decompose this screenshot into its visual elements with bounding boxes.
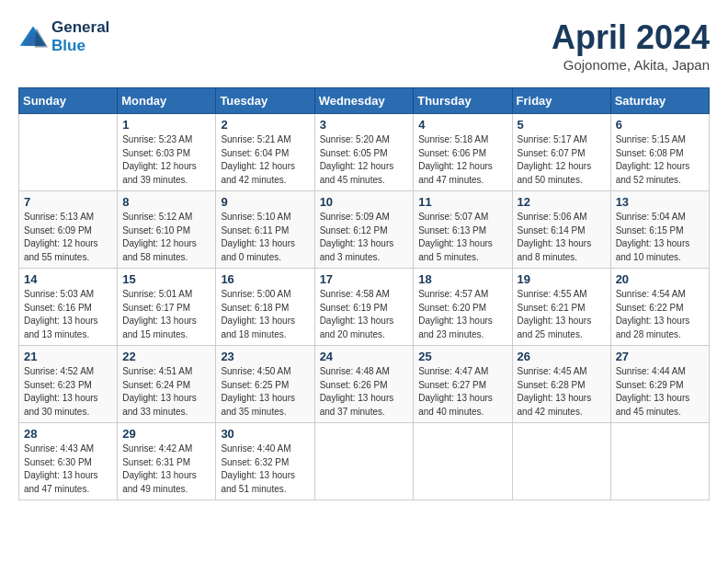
day-cell (610, 423, 709, 500)
day-number: 25 (418, 350, 506, 363)
day-cell: 27Sunrise: 4:44 AM Sunset: 6:29 PM Dayli… (610, 346, 709, 423)
day-number: 28 (24, 427, 112, 441)
header-cell-monday: Monday (118, 88, 216, 114)
day-cell: 13Sunrise: 5:04 AM Sunset: 6:15 PM Dayli… (610, 191, 709, 269)
day-cell: 3Sunrise: 5:20 AM Sunset: 6:05 PM Daylig… (314, 114, 414, 191)
day-cell: 19Sunrise: 4:55 AM Sunset: 6:21 PM Dayli… (512, 269, 610, 346)
title-block: April 2024 Gojonome, Akita, Japan (552, 18, 710, 73)
day-info: Sunrise: 4:43 AM Sunset: 6:30 PM Dayligh… (24, 442, 112, 496)
day-number: 15 (122, 272, 210, 286)
day-cell: 10Sunrise: 5:09 AM Sunset: 6:12 PM Dayli… (314, 191, 414, 269)
day-info: Sunrise: 4:51 AM Sunset: 6:24 PM Dayligh… (122, 365, 210, 419)
day-info: Sunrise: 5:18 AM Sunset: 6:06 PM Dayligh… (418, 133, 506, 187)
day-info: Sunrise: 4:42 AM Sunset: 6:31 PM Dayligh… (122, 442, 210, 496)
day-cell: 12Sunrise: 5:06 AM Sunset: 6:14 PM Dayli… (512, 191, 610, 269)
day-cell: 17Sunrise: 4:58 AM Sunset: 6:19 PM Dayli… (314, 269, 414, 346)
day-cell: 8Sunrise: 5:12 AM Sunset: 6:10 PM Daylig… (118, 191, 216, 269)
day-cell: 14Sunrise: 5:03 AM Sunset: 6:16 PM Dayli… (19, 269, 118, 346)
day-cell: 24Sunrise: 4:48 AM Sunset: 6:26 PM Dayli… (314, 346, 414, 423)
location: Gojonome, Akita, Japan (552, 57, 710, 73)
day-number: 1 (122, 118, 210, 132)
day-cell (314, 423, 414, 500)
header-cell-wednesday: Wednesday (314, 88, 414, 114)
day-info: Sunrise: 4:44 AM Sunset: 6:29 PM Dayligh… (616, 365, 704, 419)
day-info: Sunrise: 5:00 AM Sunset: 6:18 PM Dayligh… (221, 288, 309, 341)
day-info: Sunrise: 4:40 AM Sunset: 6:32 PM Dayligh… (221, 442, 309, 496)
day-info: Sunrise: 4:50 AM Sunset: 6:25 PM Dayligh… (221, 365, 309, 419)
day-info: Sunrise: 5:04 AM Sunset: 6:15 PM Dayligh… (616, 211, 704, 264)
month-title: April 2024 (552, 18, 710, 57)
day-info: Sunrise: 5:10 AM Sunset: 6:11 PM Dayligh… (221, 211, 309, 264)
week-row-1: 1Sunrise: 5:23 AM Sunset: 6:03 PM Daylig… (19, 114, 710, 191)
day-cell: 26Sunrise: 4:45 AM Sunset: 6:28 PM Dayli… (512, 346, 610, 423)
header-cell-thursday: Thursday (414, 88, 512, 114)
week-row-3: 14Sunrise: 5:03 AM Sunset: 6:16 PM Dayli… (19, 269, 710, 346)
week-row-4: 21Sunrise: 4:52 AM Sunset: 6:23 PM Dayli… (19, 346, 710, 423)
logo-icon (18, 24, 48, 50)
day-info: Sunrise: 5:13 AM Sunset: 6:09 PM Dayligh… (24, 211, 112, 264)
day-info: Sunrise: 5:15 AM Sunset: 6:08 PM Dayligh… (616, 133, 704, 187)
day-info: Sunrise: 4:47 AM Sunset: 6:27 PM Dayligh… (418, 365, 506, 419)
day-info: Sunrise: 5:09 AM Sunset: 6:12 PM Dayligh… (320, 211, 409, 264)
header-cell-sunday: Sunday (19, 88, 118, 114)
day-info: Sunrise: 4:45 AM Sunset: 6:28 PM Dayligh… (518, 365, 606, 419)
day-cell: 5Sunrise: 5:17 AM Sunset: 6:07 PM Daylig… (512, 114, 610, 191)
day-number: 27 (616, 350, 704, 363)
day-number: 30 (221, 427, 309, 441)
day-cell: 16Sunrise: 5:00 AM Sunset: 6:18 PM Dayli… (216, 269, 314, 346)
day-cell: 1Sunrise: 5:23 AM Sunset: 6:03 PM Daylig… (118, 114, 216, 191)
day-info: Sunrise: 4:52 AM Sunset: 6:23 PM Dayligh… (24, 365, 112, 419)
day-number: 16 (221, 272, 309, 286)
day-info: Sunrise: 5:23 AM Sunset: 6:03 PM Dayligh… (122, 133, 210, 187)
day-number: 3 (320, 118, 409, 132)
day-number: 18 (418, 272, 506, 286)
header-cell-saturday: Saturday (610, 88, 709, 114)
day-info: Sunrise: 5:17 AM Sunset: 6:07 PM Dayligh… (518, 133, 606, 187)
day-number: 22 (122, 350, 210, 363)
day-info: Sunrise: 4:48 AM Sunset: 6:26 PM Dayligh… (320, 365, 409, 419)
day-number: 11 (418, 195, 506, 209)
day-number: 14 (24, 272, 112, 286)
day-number: 21 (24, 350, 112, 363)
logo: General Blue (18, 18, 109, 55)
day-number: 20 (616, 272, 704, 286)
header-cell-tuesday: Tuesday (216, 88, 314, 114)
day-number: 6 (616, 118, 704, 132)
header-cell-friday: Friday (512, 88, 610, 114)
day-number: 7 (24, 195, 112, 209)
day-info: Sunrise: 5:06 AM Sunset: 6:14 PM Dayligh… (518, 211, 606, 264)
day-number: 12 (518, 195, 606, 209)
day-number: 10 (320, 195, 409, 209)
day-cell: 22Sunrise: 4:51 AM Sunset: 6:24 PM Dayli… (118, 346, 216, 423)
day-cell: 29Sunrise: 4:42 AM Sunset: 6:31 PM Dayli… (118, 423, 216, 500)
day-info: Sunrise: 4:58 AM Sunset: 6:19 PM Dayligh… (320, 288, 409, 341)
day-number: 26 (518, 350, 606, 363)
day-info: Sunrise: 5:07 AM Sunset: 6:13 PM Dayligh… (418, 211, 506, 264)
page-header: General Blue April 2024 Gojonome, Akita,… (18, 18, 710, 73)
day-cell: 4Sunrise: 5:18 AM Sunset: 6:06 PM Daylig… (414, 114, 512, 191)
day-info: Sunrise: 4:57 AM Sunset: 6:20 PM Dayligh… (418, 288, 506, 341)
day-number: 24 (320, 350, 409, 363)
day-cell: 30Sunrise: 4:40 AM Sunset: 6:32 PM Dayli… (216, 423, 314, 500)
svg-marker-2 (35, 28, 48, 47)
day-info: Sunrise: 4:54 AM Sunset: 6:22 PM Dayligh… (616, 288, 704, 341)
day-cell: 28Sunrise: 4:43 AM Sunset: 6:30 PM Dayli… (19, 423, 118, 500)
day-cell: 9Sunrise: 5:10 AM Sunset: 6:11 PM Daylig… (216, 191, 314, 269)
day-cell: 25Sunrise: 4:47 AM Sunset: 6:27 PM Dayli… (414, 346, 512, 423)
day-number: 29 (122, 427, 210, 441)
day-cell: 23Sunrise: 4:50 AM Sunset: 6:25 PM Dayli… (216, 346, 314, 423)
day-info: Sunrise: 5:21 AM Sunset: 6:04 PM Dayligh… (221, 133, 309, 187)
day-cell: 18Sunrise: 4:57 AM Sunset: 6:20 PM Dayli… (414, 269, 512, 346)
day-info: Sunrise: 5:12 AM Sunset: 6:10 PM Dayligh… (122, 211, 210, 264)
day-cell: 20Sunrise: 4:54 AM Sunset: 6:22 PM Dayli… (610, 269, 709, 346)
day-number: 23 (221, 350, 309, 363)
calendar-table: SundayMondayTuesdayWednesdayThursdayFrid… (18, 87, 710, 500)
day-number: 8 (122, 195, 210, 209)
logo-text: General Blue (51, 18, 109, 55)
day-cell (19, 114, 118, 191)
day-number: 9 (221, 195, 309, 209)
day-info: Sunrise: 5:20 AM Sunset: 6:05 PM Dayligh… (320, 133, 409, 187)
day-info: Sunrise: 4:55 AM Sunset: 6:21 PM Dayligh… (518, 288, 606, 341)
day-info: Sunrise: 5:03 AM Sunset: 6:16 PM Dayligh… (24, 288, 112, 341)
day-number: 5 (518, 118, 606, 132)
